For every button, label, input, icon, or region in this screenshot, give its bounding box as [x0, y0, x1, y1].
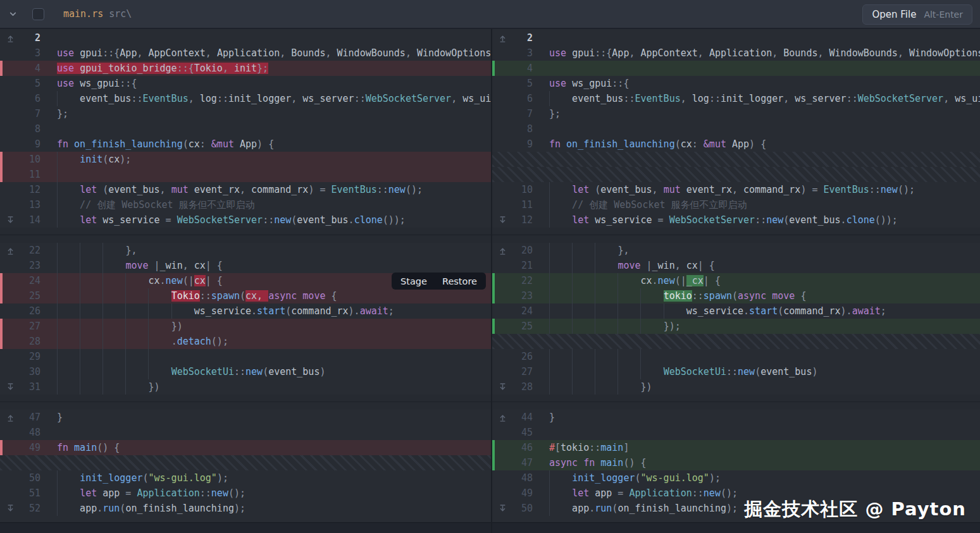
code-line[interactable]: move |_win, cx| { — [57, 258, 492, 273]
line-number[interactable]: 3 — [18, 46, 40, 61]
code-row[interactable]: 10 init(cx); — [0, 152, 492, 167]
line-number[interactable]: 10 — [18, 152, 40, 167]
line-number[interactable]: 48 — [18, 425, 40, 440]
code-row[interactable]: 27 }) — [0, 319, 492, 334]
code-row[interactable]: 11 // 创建 WebSocket 服务但不立即启动 — [492, 197, 980, 212]
code-line[interactable]: .detach(); — [57, 334, 492, 349]
line-number[interactable]: 25 — [18, 288, 40, 303]
code-line[interactable]: }) — [549, 379, 980, 395]
code-line[interactable]: use gpui_tokio_bridge::{Tokio, init}; — [57, 61, 492, 76]
line-number[interactable]: 22 — [510, 273, 533, 288]
line-number[interactable]: 9 — [18, 137, 40, 152]
expand-up-icon[interactable] — [495, 410, 510, 425]
code-line[interactable] — [57, 167, 492, 182]
code-row[interactable]: 25 }); — [492, 319, 980, 334]
line-number[interactable]: 27 — [18, 319, 40, 334]
line-number[interactable]: 22 — [18, 243, 40, 258]
expand-down-icon[interactable] — [495, 212, 510, 228]
line-number[interactable]: 11 — [510, 197, 533, 212]
line-number[interactable]: 44 — [510, 410, 533, 425]
code-line[interactable]: let ws_service = WebSocketServer::new(ev… — [57, 212, 492, 228]
code-row[interactable]: 28 .detach(); — [0, 334, 492, 349]
line-number[interactable]: 27 — [510, 364, 533, 379]
code-row[interactable]: 11 — [0, 167, 492, 182]
expand-up-icon[interactable] — [3, 243, 18, 258]
code-row[interactable]: 8 — [0, 121, 492, 137]
code-row[interactable]: 20 }, — [492, 243, 980, 258]
code-line[interactable]: }; — [549, 106, 980, 121]
line-number[interactable]: 6 — [18, 91, 40, 106]
code-line[interactable]: WebSocketUi::new(event_bus) — [549, 364, 980, 379]
code-row[interactable]: 9fn on_finish_launching(cx: &mut App) { — [0, 137, 492, 152]
collapse-chevron-icon[interactable] — [9, 10, 17, 18]
line-number[interactable]: 25 — [510, 319, 533, 334]
code-row[interactable]: 24 ws_service.start(command_rx).await; — [492, 303, 980, 319]
code-row[interactable]: 31 }) — [0, 379, 492, 395]
code-row[interactable]: 27 WebSocketUi::new(event_bus) — [492, 364, 980, 379]
code-line[interactable]: } — [57, 410, 492, 425]
code-line[interactable]: fn main() { — [57, 440, 492, 455]
expand-down-icon[interactable] — [3, 212, 18, 228]
expand-up-icon[interactable] — [495, 30, 510, 46]
line-number[interactable]: 4 — [18, 61, 40, 76]
code-row[interactable]: 21 move |_win, cx| { — [492, 258, 980, 273]
code-row[interactable]: 6 event_bus::EventBus, log::init_logger,… — [492, 91, 980, 106]
code-line[interactable]: ws_service.start(command_rx).await; — [57, 303, 492, 319]
code-row[interactable]: 49fn main() { — [0, 440, 492, 455]
code-row[interactable]: 13 // 创建 WebSocket 服务但不立即启动 — [0, 197, 492, 212]
line-number[interactable]: 51 — [18, 486, 40, 501]
line-number[interactable]: 3 — [510, 46, 533, 61]
code-row[interactable]: 50 init_logger("ws-gui.log"); — [0, 470, 492, 486]
line-number[interactable]: 49 — [18, 440, 40, 455]
line-number[interactable]: 10 — [510, 182, 533, 197]
code-row[interactable]: 3use gpui::{App, AppContext, Application… — [492, 46, 980, 61]
line-number[interactable]: 50 — [510, 501, 533, 516]
code-line[interactable]: ws_service.start(command_rx).await; — [549, 303, 980, 319]
code-line[interactable] — [57, 349, 492, 364]
expand-up-icon[interactable] — [3, 30, 18, 46]
line-number[interactable]: 14 — [18, 212, 40, 228]
code-line[interactable] — [57, 425, 492, 440]
code-row[interactable]: 22 cx.new(|_cx| { — [492, 273, 980, 288]
expand-up-icon[interactable] — [495, 243, 510, 258]
code-line[interactable]: }, — [57, 243, 492, 258]
line-number[interactable]: 28 — [510, 379, 533, 395]
code-row[interactable]: 6 event_bus::EventBus, log::init_logger,… — [0, 91, 492, 106]
code-row[interactable]: 5use ws_gpui::{ — [0, 76, 492, 91]
code-line[interactable]: init(cx); — [57, 152, 492, 167]
line-number[interactable]: 26 — [510, 349, 533, 364]
expand-down-icon[interactable] — [495, 501, 510, 516]
code-line[interactable]: // 创建 WebSocket 服务但不立即启动 — [57, 197, 492, 212]
code-line[interactable]: fn on_finish_launching(cx: &mut App) { — [549, 137, 980, 152]
line-number[interactable]: 5 — [18, 76, 40, 91]
code-line[interactable]: // 创建 WebSocket 服务但不立即启动 — [549, 197, 980, 212]
code-row[interactable]: 2 — [492, 30, 980, 46]
code-row[interactable]: 4use gpui_tokio_bridge::{Tokio, init}; — [0, 61, 492, 76]
line-number[interactable]: 28 — [18, 334, 40, 349]
code-line[interactable] — [549, 425, 980, 440]
code-line[interactable]: let (event_bus, mut event_rx, command_rx… — [57, 182, 492, 197]
code-row[interactable]: 52 app.run(on_finish_launching); — [0, 501, 492, 516]
open-file-button[interactable]: Open File Alt-Enter — [862, 4, 972, 25]
line-number[interactable]: 2 — [510, 30, 533, 46]
code-row[interactable]: 22 }, — [0, 243, 492, 258]
code-line[interactable]: event_bus::EventBus, log::init_logger, w… — [549, 91, 980, 106]
code-line[interactable]: WebSocketUi::new(event_bus) — [57, 364, 492, 379]
code-line[interactable]: Tokio::spawn(cx, async move { — [57, 288, 492, 303]
code-line[interactable]: }) — [57, 319, 492, 334]
line-number[interactable]: 7 — [510, 106, 533, 121]
code-line[interactable] — [549, 349, 980, 364]
stage-checkbox[interactable] — [32, 8, 44, 20]
code-row[interactable]: 26 ws_service.start(command_rx).await; — [0, 303, 492, 319]
expand-down-icon[interactable] — [3, 379, 18, 395]
code-line[interactable] — [549, 121, 980, 137]
code-line[interactable]: let ws_service = WebSocketServer::new(ev… — [549, 212, 980, 228]
code-line[interactable]: use gpui::{App, AppContext, Application,… — [57, 46, 492, 61]
line-number[interactable]: 12 — [510, 212, 533, 228]
line-number[interactable]: 4 — [510, 61, 533, 76]
code-row[interactable]: 12 let (event_bus, mut event_rx, command… — [0, 182, 492, 197]
code-row[interactable]: 47async fn main() { — [492, 455, 980, 470]
code-line[interactable]: tokio::spawn(async move { — [549, 288, 980, 303]
line-number[interactable]: 8 — [18, 121, 40, 137]
line-number[interactable]: 23 — [18, 258, 40, 273]
